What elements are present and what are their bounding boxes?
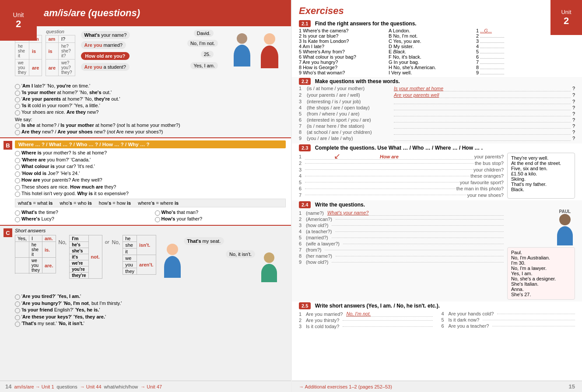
- bubble-thats-my-seat: That's my seat.: [184, 237, 224, 245]
- hows-contraction: how's = how is: [99, 200, 131, 206]
- we-say: We say:: [15, 117, 286, 122]
- footer-link-1[interactable]: am/is/are → Unit 1: [14, 384, 54, 389]
- resp-7: Black.: [511, 187, 571, 192]
- rule-a3: 'Are your parents at home?' 'No, they're…: [15, 96, 286, 102]
- ex24-row-4: 4 (a teacher?): [299, 229, 504, 234]
- list-item: F No, it's black.: [389, 54, 472, 60]
- ex24-row-1: 1 (name?) What's your name?: [299, 210, 504, 216]
- paul-label: PAUL: [507, 209, 571, 214]
- list-item: 3 Is Kate from London?: [299, 38, 384, 44]
- contraction-examples: What's the time? Where's Lucy? Who's tha…: [15, 209, 286, 223]
- section-c-label: C: [4, 228, 12, 237]
- list-item: 2: [476, 33, 511, 38]
- resp-3: Five, six and ten.: [511, 166, 571, 171]
- paul-resp-5: Yes, I am.: [511, 271, 571, 276]
- paul-resp-2: No, I'm Australian.: [511, 255, 571, 260]
- ex22-row-7: 7 (is / near here / the station) ?: [299, 123, 575, 129]
- page-title: am/is/are (questions): [44, 7, 140, 19]
- list-item: B No, I'm not.: [389, 33, 472, 38]
- list-item: 5 Where's Amy from?: [299, 49, 384, 54]
- list-item: 6: [476, 54, 511, 60]
- we-say-1: Is she at home? / Is your mother at home…: [15, 122, 286, 129]
- unit-badge-left: Unit 2: [0, 0, 37, 41]
- rule-a1: 'Am I late?' 'No, you're on time.': [15, 83, 286, 89]
- list-item: D My sister.: [389, 44, 472, 49]
- resp-6: That's my father.: [511, 182, 571, 187]
- whos-contraction: who's = who is: [60, 200, 91, 206]
- list-item: 1 ...G...: [476, 28, 511, 33]
- footer-link-2[interactable]: → Unit 44: [80, 384, 102, 389]
- paul-resp-1: Paul.: [511, 250, 571, 255]
- question-header: question: [46, 29, 64, 34]
- ex22-row-3: 3 (interesting / is / your job) ?: [299, 99, 575, 104]
- footer-additional[interactable]: → Additional exercises 1–2 (pages 252–53…: [299, 384, 392, 389]
- paul-resp-3: I'm 30.: [511, 260, 571, 266]
- ex23-row-2: 2 the bus stop?: [299, 161, 504, 166]
- list-item: 3: [476, 38, 511, 44]
- ex25-title: Write short answers (: [315, 303, 368, 309]
- resp-2: At the end of the street.: [511, 161, 571, 166]
- ex22-row-1: 1 (is / at home / your mother) Is your m…: [299, 86, 575, 91]
- paul-resp-7: She's Italian.: [511, 281, 571, 287]
- we-say-2: Are they new? / Are your shoes new? (not…: [15, 129, 286, 135]
- ex25-row-4: 4 Are your hands cold?: [442, 311, 575, 316]
- list-item: 5: [476, 49, 511, 54]
- ex24-row-8: 8 (her name?): [299, 253, 504, 259]
- footer-link-3[interactable]: → Unit 47: [140, 384, 162, 389]
- list-item: 1 Where's the camera?: [299, 28, 384, 33]
- list-item: I Very well.: [389, 70, 472, 75]
- rule-a2: 'Is your mother at home?' 'No, she's out…: [15, 90, 286, 96]
- ex25-row-2: 2 Are you thirsty?: [299, 318, 433, 323]
- bubble-married: Are you married?: [81, 41, 126, 49]
- section-b-items: Where is your mother? Is she at home? 'W…: [15, 150, 286, 197]
- unit-num-right: 2: [564, 15, 569, 27]
- paul-resp-8: Anna.: [511, 287, 571, 292]
- bubble-no-it-isnt: No, it isn't.: [226, 250, 255, 258]
- left-page: Unit 2 am/is/are (questions) A positive …: [0, 0, 291, 392]
- list-item: 9: [476, 70, 511, 75]
- figure-sitting: [261, 252, 277, 282]
- ex21-num: 2.1: [299, 20, 311, 27]
- ex24-num: 2.4: [299, 201, 311, 208]
- ex25-row-3: 3 Is it cold today?: [299, 324, 433, 329]
- resp-5: Skiing.: [511, 176, 571, 182]
- rule-a4: 'Is it cold in your room?' 'Yes, a littl…: [15, 103, 286, 109]
- unit-word-right: Unit: [561, 9, 571, 15]
- exercise-22: 2.2 Make questions with these words. 1 (…: [292, 77, 582, 144]
- ex22-row-9: 9 (you / are / late / why) ?: [299, 136, 575, 141]
- paul-responses: Paul. No, I'm Australian. I'm 30. No, I'…: [507, 247, 575, 300]
- ex25-row-5: 5 Is it dark now?: [442, 317, 575, 322]
- bubble-david: David.: [194, 30, 214, 37]
- bubble-student: Are you a student?: [81, 63, 130, 71]
- paul-resp-6: No, she's a designer.: [511, 276, 571, 281]
- list-item: A London.: [389, 28, 472, 33]
- page-num-left: 14: [5, 383, 11, 390]
- right-footer: → Additional exercises 1–2 (pages 252–53…: [292, 381, 582, 392]
- list-item: G In your bag.: [389, 60, 472, 65]
- exercise-23: 2.3 Complete the questions. Use What … /…: [292, 144, 582, 200]
- rule-a5: Your shoes are nice. Are they new?: [15, 109, 286, 116]
- ex23-row-7: 7 your new shoes?: [299, 192, 504, 198]
- exercises-header: Exercises: [292, 0, 582, 19]
- right-page: Unit 2 Exercises 2.1 Find the right answ…: [291, 0, 582, 392]
- exercise-21: 2.1 Find the right answers for the quest…: [292, 19, 582, 77]
- ex22-row-5: 5 (from / where / you / are) ?: [299, 111, 575, 116]
- list-item: C Yes, you are.: [389, 38, 472, 44]
- ex23-title: Complete the questions. Use: [315, 145, 389, 151]
- ex24-row-5: 5 (married?): [299, 235, 504, 240]
- section-c-rules: 'Are you tired?' 'Yes, I am.' 'Are you h…: [15, 294, 286, 327]
- ex23-row-3: 3 your children?: [299, 167, 504, 172]
- black-answer: Black.: [393, 49, 406, 54]
- ex24-row-6: 6 (wife a lawyer?): [299, 241, 504, 246]
- ex25-row-1: 1 Are you married? No, I'm not.: [299, 311, 433, 317]
- contractions-line: what's = what is who's = who is how's = …: [15, 199, 286, 207]
- list-item: 8 How is George?: [299, 65, 384, 70]
- ex25-num: 2.5: [299, 302, 311, 309]
- ex24-row-2: 2 (American?): [299, 217, 504, 222]
- list-item: 4: [476, 44, 511, 49]
- section-b-header: Where … ? / What … ? / Who … ? / How … ?…: [15, 140, 286, 148]
- ex24-title: Write the questions.: [315, 202, 365, 208]
- ex22-row-6: 6 (interested in sport / you / are) ?: [299, 117, 575, 122]
- bubble-no: No, I'm not.: [187, 40, 218, 47]
- list-item: H No, she's American.: [389, 65, 472, 70]
